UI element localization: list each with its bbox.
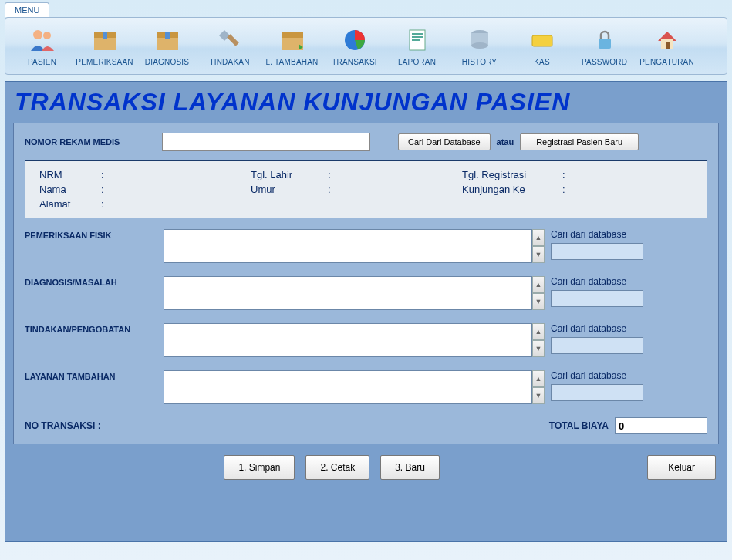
scrollbar[interactable]: ▲ ▼ [532,229,545,263]
ribbon-history[interactable]: HISTORY [450,24,508,68]
scroll-up-icon[interactable]: ▲ [532,229,545,246]
info-tglreg-value [573,169,635,180]
info-tgllahir-key: Tgl. Lahir [251,169,328,180]
scroll-up-icon[interactable]: ▲ [532,370,545,387]
ribbon-kas[interactable]: KAS [513,24,571,68]
cetak-button[interactable]: 2. Cetak [305,455,369,480]
info-nrm-key: NRM [39,169,101,180]
svg-rect-15 [412,36,423,38]
people-icon [27,25,58,55]
ribbon-label: PASSWORD [582,58,627,66]
svg-rect-23 [666,42,670,49]
tx-label: TINDAKAN/PENGOBATAN [25,323,157,334]
pf-label: PEMERIKSAAN FISIK [25,229,157,240]
nrm-label: NOMOR REKAM MEDIS [25,137,156,147]
main-panel: TRANSAKSI LAYANAN KUNJUNGAN PASIEN NOMOR… [5,81,727,542]
pie-chart-icon [339,25,370,55]
svg-rect-4 [103,32,107,39]
search-row: NOMOR REKAM MEDIS Cari Dari Database ata… [25,133,707,151]
patient-info-box: NRM : Tgl. Lahir : Tgl. Registrasi : Nam… [25,160,707,218]
dx-side-input[interactable] [551,290,643,307]
tx-textarea[interactable] [164,323,532,357]
ribbon-label: PASIEN [28,58,56,66]
box-arrow-icon [277,25,308,55]
ribbon-password[interactable]: PASSWORD [575,24,633,68]
or-text: atau [497,137,514,147]
dx-cari-link[interactable]: Cari dari database [551,276,643,287]
database-icon [464,25,495,55]
ribbon-ltambahan[interactable]: L. TAMBAHAN [263,24,321,68]
pf-side-input[interactable] [551,243,643,260]
info-kunj-key: Kunjungan Ke [462,184,562,195]
ribbon-label: PEMERIKSAAN [76,58,133,66]
scroll-up-icon[interactable]: ▲ [532,323,545,340]
ribbon-diagnosis[interactable]: DIAGNOSIS [138,24,196,68]
nrm-input[interactable] [162,133,370,151]
ribbon-tindakan[interactable]: TINDAKAN [201,24,258,68]
ribbon-label: KAS [534,58,550,66]
colon: : [101,169,112,180]
cari-database-button[interactable]: Cari Dari Database [398,133,491,150]
simpan-button[interactable]: 1. Simpan [224,455,295,480]
scroll-up-icon[interactable]: ▲ [532,276,545,293]
info-tgllahir-value [339,169,462,180]
row-layanan-tambahan: LAYANAN TAMBAHAN ▲ ▼ Cari dari database [25,370,707,407]
home-icon [652,25,683,55]
svg-rect-16 [412,39,420,41]
info-nama-key: Nama [39,184,101,195]
colon: : [101,198,112,210]
scrollbar[interactable]: ▲ ▼ [532,370,545,404]
dx-label: DIAGNOSIS/MASALAH [25,276,157,287]
ribbon-pemeriksaan[interactable]: PEMERIKSAAN [76,24,133,68]
ribbon-pasien[interactable]: PASIEN [13,24,71,68]
baru-button[interactable]: 3. Baru [380,455,440,480]
ribbon-pengaturan[interactable]: PENGATURAN [638,24,696,68]
row-diagnosis: DIAGNOSIS/MASALAH ▲ ▼ Cari dari database [25,276,707,312]
ribbon-transaksi[interactable]: TRANSAKSI [326,24,383,68]
keluar-button[interactable]: Keluar [647,455,716,480]
ribbon-laporan[interactable]: LAPORAN [388,24,446,68]
info-nama-value [112,184,251,195]
scroll-down-icon[interactable]: ▼ [532,246,545,263]
total-biaya-label: TOTAL BIAYA [549,420,609,431]
lock-icon [589,25,620,55]
tab-row: MENU [0,0,732,17]
registrasi-baru-button[interactable]: Registrasi Pasien Baru [520,133,639,150]
ribbon-label: TINDAKAN [209,58,249,66]
lt-side-input[interactable] [551,384,643,401]
svg-rect-14 [412,33,423,35]
lt-textarea[interactable] [164,370,532,404]
lt-label: LAYANAN TAMBAHAN [25,370,157,381]
tool-icon [214,25,245,55]
dx-textarea[interactable] [164,276,532,310]
scroll-down-icon[interactable]: ▼ [532,293,545,310]
svg-rect-9 [227,34,239,46]
svg-point-1 [43,32,51,39]
svg-rect-20 [532,35,552,46]
svg-rect-8 [218,30,229,41]
ribbon-label: HISTORY [462,58,498,66]
scroll-down-icon[interactable]: ▼ [532,340,545,357]
svg-rect-21 [599,39,611,49]
info-umur-value [339,184,462,195]
box-icon [89,25,120,55]
colon: : [328,169,339,180]
pf-cari-link[interactable]: Cari dari database [551,229,643,240]
tx-cari-link[interactable]: Cari dari database [551,323,643,334]
info-alamat-value [112,198,251,210]
scroll-down-icon[interactable]: ▼ [532,387,545,404]
tab-menu[interactable]: MENU [5,2,49,17]
lt-cari-link[interactable]: Cari dari database [551,370,643,381]
scrollbar[interactable]: ▲ ▼ [532,276,545,310]
info-alamat-key: Alamat [39,198,101,210]
tx-side-input[interactable] [551,337,643,354]
pf-textarea[interactable] [164,229,532,263]
scrollbar[interactable]: ▲ ▼ [532,323,545,357]
colon: : [101,184,112,195]
info-umur-key: Umur [251,184,328,195]
footer-row: NO TRANSAKSI : TOTAL BIAYA [25,417,707,434]
colon: : [562,184,573,195]
svg-point-0 [33,30,42,39]
row-tindakan: TINDAKAN/PENGOBATAN ▲ ▼ Cari dari databa… [25,323,707,359]
total-biaya-input[interactable] [615,417,707,434]
